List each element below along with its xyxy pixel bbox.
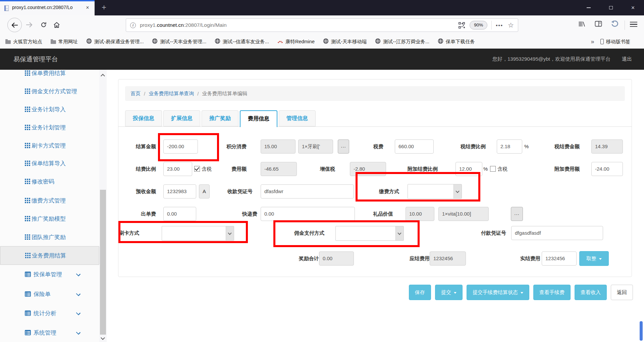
home-button[interactable] bbox=[53, 21, 60, 30]
sidebar-item-9[interactable]: 团队推广奖励 bbox=[0, 230, 99, 244]
payment-method-select[interactable] bbox=[408, 184, 462, 199]
view-income-button[interactable]: 查看收入 bbox=[575, 285, 607, 300]
tab-fee-info[interactable]: 费用信息 bbox=[240, 110, 277, 127]
select-dropdown-button[interactable] bbox=[453, 184, 462, 198]
bookmark-item[interactable]: 测试--信通车友业务... bbox=[215, 38, 269, 45]
globe-icon bbox=[86, 38, 92, 45]
page-scrollbar-thumb[interactable] bbox=[640, 321, 643, 341]
sidebar-item-12[interactable]: 保险单 bbox=[0, 287, 99, 301]
actual-fee-input[interactable]: 1232456 bbox=[542, 251, 577, 266]
undo-closed-tab-button[interactable] bbox=[610, 20, 619, 29]
sidebar-item-3[interactable]: 业务计划管理 bbox=[0, 120, 99, 135]
submit-button[interactable]: 提交 bbox=[435, 285, 463, 300]
scroll-up-icon[interactable] bbox=[101, 74, 105, 78]
window-minimize-button[interactable] bbox=[578, 0, 600, 15]
sidebar-item-8[interactable]: 推广奖励模型 bbox=[0, 211, 99, 226]
tax-input[interactable]: 660.00 bbox=[395, 139, 434, 154]
bookmark-item[interactable]: 移动版书签 bbox=[600, 39, 631, 45]
settle-amount-input[interactable]: -200.00 bbox=[163, 139, 198, 154]
prepaid-amount-badge[interactable]: A bbox=[199, 184, 210, 198]
gift-value-more-button[interactable]: ... bbox=[511, 207, 523, 221]
tab-manage-info[interactable]: 管理信息 bbox=[279, 110, 316, 126]
urlbar-separator bbox=[491, 21, 492, 30]
extra-settle-ratio-input[interactable]: 12.00 bbox=[455, 162, 482, 176]
sidebar-item-2[interactable]: 业务计划导入 bbox=[0, 102, 99, 117]
sidebar-item-11[interactable]: 投保单管理 bbox=[0, 267, 99, 282]
sidebar-item-0[interactable]: 保单费用结算 bbox=[0, 70, 99, 80]
window-close-button[interactable]: × bbox=[622, 0, 644, 15]
sidebar-item-13[interactable]: 统计分析 bbox=[0, 306, 99, 321]
breadcrumb: 首页 / 业务费用结算单查询 / 业务费用结算单编辑 bbox=[125, 86, 625, 101]
express-fee-label: 快递费 bbox=[216, 207, 257, 221]
tab-extend-info[interactable]: 扩展信息 bbox=[163, 110, 200, 126]
bookmark-star-icon[interactable]: ☆ bbox=[508, 21, 514, 29]
url-bar[interactable]: i proxy1.countnet.cn:20807/Login/Main 90… bbox=[126, 18, 518, 32]
submit-status-button[interactable]: 提交手续费结算状态 bbox=[467, 285, 529, 300]
extra-tax-included-checkbox[interactable] bbox=[490, 166, 496, 172]
bookmark-item[interactable]: 康特Redmine bbox=[277, 39, 315, 45]
sidebar-item-7[interactable]: 缴费方式管理 bbox=[0, 193, 99, 208]
pay-receipt-no-input[interactable]: dfgasdfasdf bbox=[511, 226, 603, 240]
sidebar-item-10[interactable]: 业务费用结算 bbox=[0, 246, 99, 265]
issue-fee-input[interactable]: 0.00 bbox=[163, 207, 196, 221]
express-fee-input[interactable]: 0.00 bbox=[261, 207, 355, 221]
zoom-level-badge[interactable]: 90% bbox=[470, 21, 487, 30]
tab-promo-reward[interactable]: 推广奖励 bbox=[202, 110, 238, 126]
active-tab-accent bbox=[0, 0, 95, 1]
breadcrumb-query-link[interactable]: 业务费用结算单查询 bbox=[149, 91, 194, 97]
sidebar-item-4[interactable]: 刷卡方式管理 bbox=[0, 138, 99, 153]
tax-settle-ratio-input[interactable]: 2.18 bbox=[497, 139, 522, 154]
sidebars-button[interactable] bbox=[594, 20, 602, 29]
forward-button[interactable] bbox=[25, 22, 33, 29]
browser-tab[interactable]: proxy1.countnet.cn:20807/Lo × bbox=[0, 0, 95, 15]
back-page-button[interactable]: 返回 bbox=[611, 285, 633, 300]
browser-toolbar: i proxy1.countnet.cn:20807/Login/Main 90… bbox=[0, 15, 644, 35]
scrollbar-thumb[interactable] bbox=[100, 190, 106, 335]
logout-link[interactable]: 退出 bbox=[622, 56, 632, 62]
library-button[interactable] bbox=[578, 20, 586, 29]
sidebar-item-1[interactable]: 佣金支付方式管理 bbox=[0, 84, 99, 99]
select-dropdown-button[interactable] bbox=[395, 226, 404, 240]
sidebar-item-6[interactable]: 修改密码 bbox=[0, 174, 99, 189]
qr-code-icon[interactable] bbox=[459, 22, 465, 28]
breadcrumb-home-link[interactable]: 首页 bbox=[130, 91, 141, 97]
back-button[interactable] bbox=[7, 18, 22, 32]
round-button[interactable]: 取整 bbox=[579, 251, 609, 266]
chevron-down-icon bbox=[76, 310, 80, 315]
action-bar: 保存 提交 提交手续费结算状态 查看手续费 查看收入 返回 bbox=[409, 285, 633, 300]
card-method-select[interactable] bbox=[162, 226, 234, 241]
bookmark-item[interactable]: 测试-易保通业务管理... bbox=[86, 38, 144, 45]
save-button[interactable]: 保存 bbox=[409, 285, 431, 300]
commission-pay-method-select[interactable] bbox=[335, 226, 404, 241]
bookmark-item[interactable]: 测试--江苏万舜业务... bbox=[375, 38, 429, 45]
bookmark-item[interactable]: 测试-天丰移动端 bbox=[323, 38, 367, 45]
receipt-no-input[interactable]: dfasfdwr bbox=[261, 184, 354, 198]
view-fee-button[interactable]: 查看手续费 bbox=[533, 285, 571, 300]
bookmarks-overflow-icon[interactable]: » bbox=[591, 38, 594, 45]
tab-close-icon[interactable]: × bbox=[84, 4, 91, 11]
url-text[interactable]: proxy1.countnet.cn:20807/Login/Main bbox=[140, 22, 459, 28]
reload-button[interactable] bbox=[40, 21, 47, 30]
new-tab-button[interactable]: + bbox=[99, 2, 109, 13]
sidebar-item-5[interactable]: 保单结算导入 bbox=[0, 156, 99, 171]
select-dropdown-button[interactable] bbox=[226, 226, 234, 240]
sidebar-item-14[interactable]: 系统管理 bbox=[0, 325, 99, 340]
menu-button[interactable] bbox=[630, 22, 637, 27]
settle-ratio-input[interactable]: 23.00 bbox=[163, 162, 192, 176]
bookmark-label: 移动版书签 bbox=[606, 39, 631, 45]
bookmark-item[interactable]: 保单下载任务 bbox=[438, 38, 475, 45]
scroll-down-icon[interactable] bbox=[101, 336, 105, 340]
tab-insure-info[interactable]: 投保信息 bbox=[125, 110, 162, 126]
page-actions-icon[interactable]: ••• bbox=[496, 22, 503, 28]
tax-included-checkbox[interactable] bbox=[194, 166, 200, 172]
bookmark-item[interactable]: 测试--天丰业务管理... bbox=[152, 38, 206, 45]
bookmark-item[interactable]: 火狐官方站点 bbox=[5, 39, 42, 45]
prepaid-amount-input[interactable]: 1232983 bbox=[163, 184, 196, 198]
sidebar-scrollbar[interactable] bbox=[99, 70, 107, 342]
extra-fee-amount-input[interactable]: -24.00 bbox=[591, 162, 623, 176]
payable-fee-label: 应结费用 bbox=[373, 251, 430, 266]
sidebar-item-label: 修改密码 bbox=[32, 178, 54, 185]
bookmark-item[interactable]: 常用网址 bbox=[51, 39, 78, 45]
site-info-icon[interactable]: i bbox=[130, 22, 136, 28]
window-maximize-button[interactable] bbox=[600, 0, 622, 15]
